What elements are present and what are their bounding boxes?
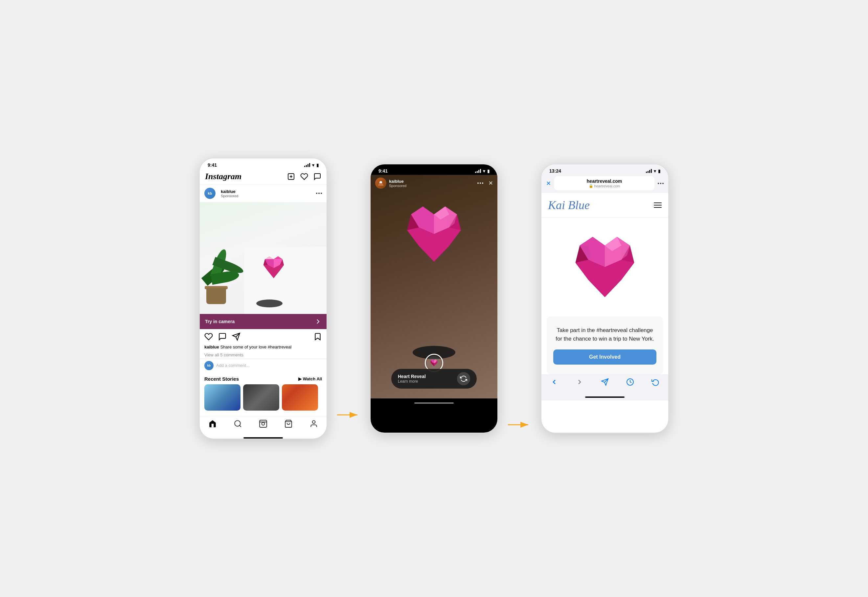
browser-share-icon[interactable] <box>601 378 609 386</box>
browser-history-icon[interactable] <box>626 378 634 386</box>
post-header: kb kaiblue Sponsored <box>200 184 327 202</box>
try-in-camera-button[interactable]: Try in camera <box>200 314 327 329</box>
post-options-icon[interactable] <box>316 193 322 194</box>
home-indicator-2 <box>414 402 454 404</box>
status-icons-3: ▾ ▮ <box>646 169 661 174</box>
svg-marker-4 <box>274 257 283 259</box>
browser-nav-bar: ✕ heartreveal.com 🔒 heartreveal.com <box>541 174 668 193</box>
svg-line-13 <box>240 425 241 427</box>
camera-screen: 9:41 ▾ ▮ <box>370 164 498 433</box>
post-image <box>200 202 327 314</box>
stories-row <box>200 384 327 416</box>
comment-input[interactable]: Add a comment... <box>216 363 250 368</box>
home-indicator-3 <box>585 397 625 398</box>
back-navigation-icon[interactable] <box>550 378 558 386</box>
post-actions-left <box>204 333 240 341</box>
plus-icon[interactable] <box>287 172 295 180</box>
signal-icon-1 <box>304 163 310 167</box>
status-bar-1: 9:41 ▾ ▮ <box>200 159 327 169</box>
like-action-icon[interactable] <box>204 333 213 341</box>
battery-icon-3: ▮ <box>658 169 661 174</box>
instagram-header: Instagram <box>200 169 327 184</box>
filter-name: Heart Reveal <box>398 374 426 379</box>
camera-avatar <box>375 178 387 189</box>
chevron-right-icon <box>315 318 321 325</box>
post-avatar: kb <box>204 188 216 199</box>
battery-icon-1: ▮ <box>316 163 319 168</box>
camera-top-controls: × <box>477 179 493 187</box>
browser-screen: 13:24 ▾ ▮ ✕ heartreveal.com 🔒 heartrevea… <box>541 164 669 433</box>
story-thumbnail-2[interactable] <box>243 384 279 411</box>
camera-bottom-bg <box>370 398 498 405</box>
svg-point-15 <box>262 422 265 425</box>
post-user-info: kaiblue Sponsored <box>221 189 238 198</box>
kai-blue-logo: Kai Blue <box>548 198 590 212</box>
camera-shutter-inner <box>427 356 441 370</box>
commenter-avatar: kb <box>204 361 213 370</box>
svg-rect-14 <box>259 420 267 428</box>
camera-close-icon[interactable]: × <box>489 179 493 187</box>
browser-heart-section <box>541 218 668 316</box>
instagram-logo: Instagram <box>205 172 241 181</box>
story-thumbnail-1[interactable] <box>204 384 240 411</box>
cta-section: Take part in the #heartreveal challenge … <box>547 316 663 374</box>
post-sponsored: Sponsored <box>221 194 238 198</box>
site-header: Kai Blue <box>541 193 668 218</box>
stories-title: Recent Stories <box>204 376 239 382</box>
wifi-icon-3: ▾ <box>654 169 656 174</box>
view-comments-link[interactable]: View all 5 comments <box>200 352 327 359</box>
comment-action-icon[interactable] <box>218 333 227 341</box>
browser-ar-heart <box>566 231 644 303</box>
status-time-2: 9:41 <box>378 168 388 174</box>
watch-all-play-icon: ▶ <box>298 376 302 381</box>
home-indicator-1 <box>243 437 283 438</box>
status-bar-3: 13:24 ▾ ▮ <box>541 164 668 174</box>
camera-options-icon[interactable] <box>477 183 483 184</box>
filter-label: Heart Reveal Learn more <box>398 374 426 384</box>
ar-heart-small <box>259 255 289 281</box>
arrow-1 <box>337 410 360 419</box>
browser-close-icon[interactable]: ✕ <box>546 180 551 187</box>
search-nav-icon[interactable] <box>234 419 242 428</box>
browser-url-main: heartreveal.com <box>558 178 650 184</box>
ig-header-icons <box>287 172 321 180</box>
get-involved-button[interactable]: Get Involved <box>553 349 656 365</box>
wifi-icon-2: ▾ <box>483 169 485 174</box>
shop-nav-icon[interactable] <box>284 419 293 428</box>
svg-point-12 <box>235 420 240 426</box>
story-thumbnail-3[interactable] <box>282 384 318 411</box>
profile-nav-icon[interactable] <box>310 419 318 428</box>
home-nav-icon[interactable] <box>208 419 217 428</box>
bookmark-icon[interactable] <box>313 333 322 341</box>
stories-header: Recent Stories ▶ Watch All <box>200 372 327 384</box>
watch-all-button[interactable]: ▶ Watch All <box>298 376 322 381</box>
status-icons-1: ▾ ▮ <box>304 163 319 168</box>
arrow-2 <box>508 420 531 429</box>
svg-point-18 <box>313 420 316 423</box>
signal-icon-3 <box>646 169 652 173</box>
browser-content: Kai Blue <box>541 193 668 374</box>
browser-options-icon[interactable] <box>658 183 664 184</box>
heart-icon[interactable] <box>300 172 308 180</box>
camera-viewfinder: kaiblue Sponsored × <box>370 175 498 398</box>
filter-learn-more[interactable]: Learn more <box>398 379 426 384</box>
ig-bottom-nav <box>200 416 327 436</box>
cta-text: Take part in the #heartreveal challenge … <box>553 326 656 343</box>
signal-icon-2 <box>475 169 481 173</box>
status-bar-2: 9:41 ▾ ▮ <box>370 164 498 175</box>
browser-url-bar: heartreveal.com 🔒 heartreveal.com <box>554 176 655 190</box>
camera-sponsored: Sponsored <box>389 184 406 188</box>
reels-nav-icon[interactable] <box>259 419 267 428</box>
share-action-icon[interactable] <box>232 333 240 341</box>
browser-reload-icon[interactable] <box>652 378 659 386</box>
add-comment-row: kb Add a comment... <box>200 359 327 372</box>
wifi-icon-1: ▾ <box>312 163 314 168</box>
caption-username: kaiblue <box>204 345 219 349</box>
messenger-icon[interactable] <box>313 172 321 180</box>
forward-navigation-icon[interactable] <box>576 378 584 386</box>
hamburger-menu-icon[interactable] <box>654 202 662 208</box>
camera-flip-icon[interactable] <box>457 372 470 385</box>
instagram-screen: 9:41 ▾ ▮ Instagram <box>199 158 327 439</box>
browser-home-indicator-wrap <box>541 394 668 400</box>
battery-icon-2: ▮ <box>487 169 490 174</box>
